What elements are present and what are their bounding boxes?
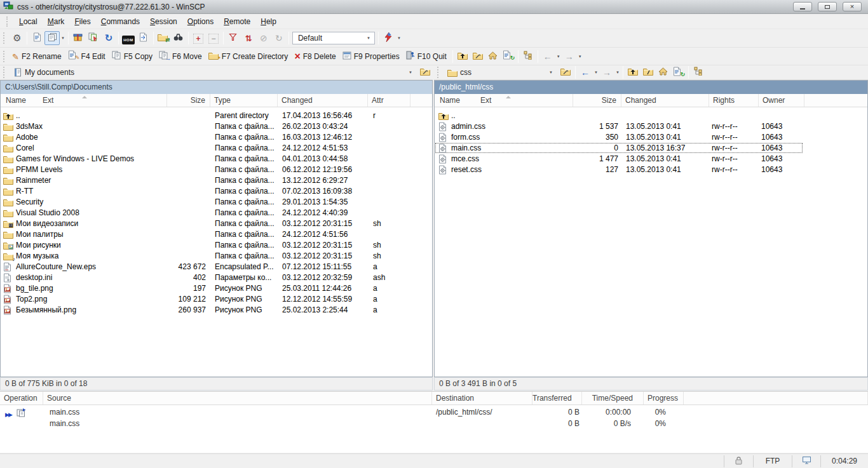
properties-button[interactable]: F9 Properties (340, 50, 403, 64)
session-dialog-button[interactable] (29, 31, 44, 45)
file-row[interactable]: Games for Windows - LIVE DemosПапка с фа… (1, 154, 432, 164)
file-row[interactable]: admin.css1 53713.05.2013 0:41rw-r--r--10… (435, 121, 867, 132)
transfer-settings-combo[interactable]: Default▼ (292, 32, 375, 44)
column-header[interactable]: Source (43, 392, 432, 404)
file-row[interactable]: reset.css12713.05.2013 0:41rw-r--r--1064… (435, 164, 867, 175)
file-row[interactable]: ..Parent directory17.04.2013 16:56:46r (1, 110, 432, 121)
refresh-button[interactable]: ↻ (501, 50, 516, 64)
column-header-ext[interactable]: Ext (480, 94, 491, 107)
local-path[interactable]: C:\Users\Still.Comp\Documents (1, 81, 432, 94)
synchronize-button[interactable]: ⇄ (156, 31, 171, 45)
queue-row[interactable]: ▶▶main.css/public_html/css/0 B0:00:000% (0, 407, 868, 418)
local-open-directory-button[interactable] (417, 65, 433, 79)
column-header-ext[interactable]: Ext (43, 94, 53, 107)
tree-view-button[interactable] (520, 50, 536, 64)
file-row[interactable]: PFMM LevelsПапка с файла...06.12.2012 12… (1, 164, 432, 175)
remote-parent-directory-button[interactable] (625, 65, 641, 79)
file-row[interactable]: CorelПапка с файла...24.12.2012 4:51:53 (1, 143, 432, 154)
file-row[interactable]: desktop.ini402Параметры ко...03.12.2012 … (1, 272, 432, 283)
column-header-name[interactable]: Name (440, 94, 460, 107)
move-button[interactable]: →F6 Move (156, 50, 206, 64)
remote-tree-view-button[interactable] (691, 65, 706, 79)
copy-button[interactable]: F5 Copy (109, 50, 156, 64)
queue-row[interactable]: main.css0 B0 B/s0% (0, 418, 868, 429)
file-row[interactable]: Безымянный.png260 937Рисунок PNG25.02.20… (1, 305, 432, 316)
menu-item-local[interactable]: Local (14, 15, 43, 28)
remote-open-directory-button[interactable] (558, 65, 573, 79)
home-directory-button[interactable] (485, 50, 501, 64)
column-header[interactable]: Attr (368, 94, 410, 107)
transfer-options-button[interactable] (381, 31, 396, 45)
column-header[interactable]: Changed (621, 94, 709, 107)
dropdown-caret-icon[interactable]: ▼ (549, 70, 553, 74)
home-directories-button[interactable]: HOM (121, 31, 136, 45)
file-row[interactable]: Visual Studio 2008Папка с файла...24.12.… (1, 208, 432, 218)
file-row[interactable]: form.css35013.05.2013 0:41rw-r--r--10643 (435, 132, 867, 143)
quit-button[interactable]: F10 Quit (403, 50, 451, 64)
column-header[interactable]: NameExt (1, 94, 167, 107)
menu-item-session[interactable]: Session (145, 15, 182, 28)
column-header[interactable]: Progress (644, 392, 684, 404)
remote-root-directory-button[interactable] (641, 65, 656, 79)
column-header-name[interactable]: Name (6, 94, 26, 107)
dropdown-caret-icon[interactable]: ▼ (594, 70, 598, 74)
find-files-button[interactable] (171, 31, 186, 45)
file-row[interactable]: Top2.png109 212Рисунок PNG12.12.2012 14:… (1, 294, 432, 305)
file-row[interactable]: ♪Моя музыкаПапка с файла...03.12.2012 20… (1, 251, 432, 262)
menu-item-remote[interactable]: Remote (219, 15, 255, 28)
file-row[interactable]: RainmeterПапка с файла...13.12.2012 6:29… (1, 175, 432, 186)
file-row[interactable]: R-TTПапка с файла...07.02.2013 16:09:38 (1, 186, 432, 197)
column-header[interactable]: Transferred (532, 392, 582, 404)
menu-item-files[interactable]: Files (69, 15, 95, 28)
dropdown-caret-icon[interactable]: ▼ (616, 70, 620, 74)
column-header[interactable]: Type (210, 94, 278, 107)
menu-item-options[interactable]: Options (182, 15, 219, 28)
column-header[interactable]: Destination (432, 392, 532, 404)
remote-back-button[interactable]: ← (578, 65, 593, 79)
dropdown-caret-icon[interactable]: ▼ (397, 36, 401, 40)
file-row[interactable]: main.css013.05.2013 16:37rw-r--r--10643 (435, 143, 867, 154)
column-header[interactable]: Time/Speed (582, 392, 644, 404)
delete-button[interactable]: ×F8 Delete (292, 50, 339, 64)
file-row[interactable]: Мои рисункиПапка с файла...03.12.2012 20… (1, 240, 432, 251)
file-row[interactable]: .. (435, 110, 867, 121)
file-row[interactable]: Мои видеозаписиПапка с файла...03.12.201… (1, 218, 432, 229)
menu-item-mark[interactable]: Mark (43, 15, 70, 28)
dropdown-caret-icon[interactable]: ▼ (367, 36, 370, 40)
file-row[interactable]: mce.css1 47713.05.2013 0:41rw-r--r--1064… (435, 154, 867, 164)
file-row[interactable]: AllureCouture_New.eps423 672Encapsulated… (1, 262, 432, 272)
column-header-spacer[interactable] (804, 94, 868, 107)
filter-button[interactable] (226, 31, 241, 45)
preferences-button[interactable]: ⚙ (10, 31, 25, 45)
menu-item-help[interactable]: Help (255, 15, 281, 28)
column-header[interactable]: Owner (759, 94, 804, 107)
column-header-spacer[interactable] (410, 94, 433, 107)
remote-directory-combo[interactable]: css▼ (445, 66, 557, 79)
column-header[interactable]: Size (167, 94, 210, 107)
maximize-button[interactable] (818, 2, 837, 11)
edit-button[interactable]: ✎F4 Edit (65, 50, 109, 64)
open-directory-button[interactable] (470, 50, 485, 64)
sort-transfer-button[interactable]: ⇅ (241, 31, 256, 45)
remote-refresh-button[interactable]: ↻ (671, 65, 686, 79)
column-header[interactable]: Changed (278, 94, 368, 107)
column-header-spacer[interactable] (684, 392, 868, 404)
local-directory-combo[interactable]: My documents▼ (11, 66, 416, 79)
dropdown-caret-icon[interactable]: ▼ (409, 70, 412, 74)
create-directory-button[interactable]: *F7 Create Directory (206, 50, 292, 64)
close-button[interactable]: × (843, 2, 862, 11)
duplicate-session-button[interactable] (86, 31, 101, 45)
remote-home-directory-button[interactable] (656, 65, 671, 79)
column-header[interactable]: NameExt (435, 94, 573, 107)
rename-button[interactable]: ✎F2 Rename (10, 50, 65, 64)
synchronize-browsing-button[interactable] (136, 31, 151, 45)
file-row[interactable]: Мои палитрыПапка с файла...24.12.2012 4:… (1, 229, 432, 240)
new-session-button[interactable] (71, 31, 86, 45)
column-header[interactable]: Rights (709, 94, 759, 107)
dropdown-caret-icon[interactable]: ▼ (578, 55, 582, 58)
column-header[interactable]: Operation (0, 392, 43, 404)
reconnect-button[interactable]: ↻ (101, 31, 116, 45)
file-row[interactable]: bg_tile.png197Рисунок PNG25.03.2011 12:4… (1, 283, 432, 294)
remote-path[interactable]: /public_html/css (435, 81, 867, 94)
add-bookmark-button[interactable]: + (191, 31, 206, 45)
